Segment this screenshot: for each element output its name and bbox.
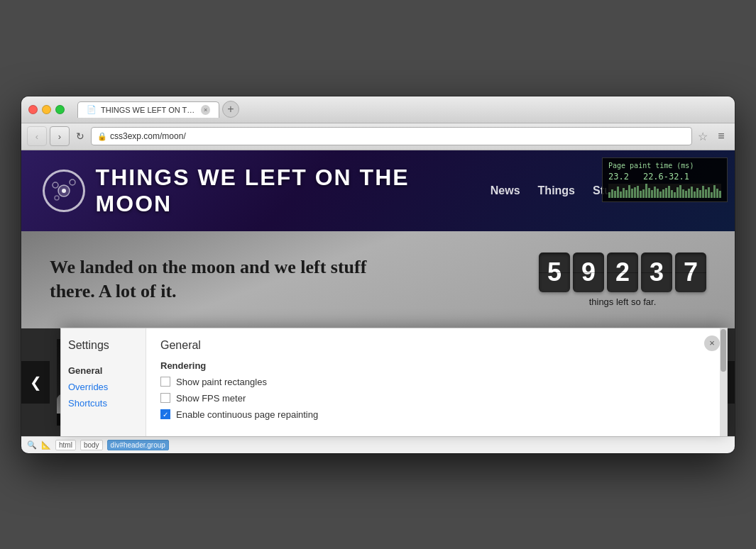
site-header: THINGS WE LEFT ON THE MOON News Things S… (21, 150, 735, 231)
active-tab[interactable]: 📄 THINGS WE LEFT ON THE M × (77, 101, 219, 118)
back-icon: ‹ (35, 131, 38, 142)
address-bar[interactable]: 🔒 css3exp.com/moon/ (91, 127, 692, 145)
settings-rendering-title: Rendering (160, 360, 713, 371)
paint-overlay-title: Page paint time (ms) (608, 162, 721, 170)
site-logo: THINGS WE LEFT ON THE MOON (43, 165, 491, 217)
label-fps: Show FPS meter (176, 393, 246, 404)
bookmark-button[interactable]: ☆ (695, 128, 711, 144)
settings-panel: Settings General Overrides Shortcuts × G… (60, 328, 728, 436)
devtools-icon: 🔍 (27, 440, 37, 450)
paint-bars (608, 184, 721, 198)
star-icon: ☆ (698, 130, 708, 143)
paint-value-1: 23.2 (608, 172, 629, 182)
settings-sidebar: Settings General Overrides Shortcuts (61, 328, 146, 436)
settings-panel-title: Settings (68, 339, 138, 352)
forward-icon: › (58, 131, 61, 142)
devtools-icon2: 📐 (41, 440, 51, 450)
site-title: THINGS WE LEFT ON THE MOON (96, 165, 491, 217)
refresh-icon: ↻ (76, 131, 84, 142)
forward-button[interactable]: › (50, 126, 70, 146)
nav-bar: ‹ › ↻ 🔒 css3exp.com/moon/ ☆ ≡ (21, 123, 735, 150)
new-tab-button[interactable]: + (222, 101, 239, 118)
counter-digit-4: 7 (675, 253, 706, 292)
settings-sidebar-shortcuts[interactable]: Shortcuts (68, 395, 138, 411)
browser-menu-button[interactable]: ≡ (713, 128, 729, 144)
checkbox-fps[interactable] (160, 393, 170, 403)
svg-point-2 (53, 182, 58, 188)
address-icon: 🔒 (97, 132, 107, 141)
logo-icon (43, 170, 85, 212)
browser-window: 📄 THINGS WE LEFT ON THE M × + ‹ › ↻ 🔒 cs… (21, 96, 735, 453)
paint-value-range: 22.6-32.1 (643, 172, 689, 182)
hero-counter: 5 9 2 3 7 things left so far. (539, 253, 706, 307)
tag-div-header[interactable]: div#header.group (107, 440, 169, 450)
tag-html[interactable]: html (55, 440, 76, 450)
settings-main: × General Rendering Show paint rectangle… (146, 328, 727, 436)
close-window-button[interactable] (28, 105, 38, 114)
hero-text: We landed on the moon and we left stuff … (50, 255, 376, 304)
settings-option-paint-rects: Show paint rectangles (160, 377, 713, 387)
tab-favicon: 📄 (87, 105, 97, 114)
tab-close-button[interactable]: × (201, 105, 210, 115)
checkbox-continuous-repaint[interactable] (160, 409, 170, 419)
minimize-window-button[interactable] (42, 105, 51, 114)
scrollbar[interactable] (720, 328, 727, 436)
nav-news[interactable]: News (491, 184, 520, 197)
tag-body[interactable]: body (80, 440, 103, 450)
counter-digits: 5 9 2 3 7 (539, 253, 706, 292)
tab-title: THINGS WE LEFT ON THE M (101, 106, 197, 114)
svg-point-4 (55, 196, 59, 200)
settings-option-continuous-repaint: Enable continuous page repainting (160, 409, 713, 420)
scrollbar-thumb (721, 329, 726, 372)
settings-sidebar-general[interactable]: General (68, 362, 138, 379)
counter-digit-0: 5 (539, 253, 570, 292)
address-text: css3exp.com/moon/ (110, 131, 186, 141)
title-bar: 📄 THINGS WE LEFT ON THE M × + (21, 96, 735, 123)
counter-digit-2: 2 (607, 253, 638, 292)
settings-option-fps: Show FPS meter (160, 393, 713, 404)
back-button[interactable]: ‹ (27, 126, 47, 146)
checkbox-paint-rects[interactable] (160, 377, 170, 387)
label-continuous-repaint: Enable continuous page repainting (176, 409, 318, 420)
paint-bar-chart (608, 184, 721, 198)
refresh-button[interactable]: ↻ (72, 128, 88, 144)
svg-point-1 (62, 189, 66, 193)
label-paint-rects: Show paint rectangles (176, 377, 267, 387)
bottom-bar: 🔍 📐 html body div#header.group (21, 436, 735, 453)
maximize-window-button[interactable] (55, 105, 65, 114)
svg-point-3 (70, 179, 75, 185)
carousel-prev-button[interactable]: ❮ (21, 361, 50, 404)
settings-section-title: General (160, 339, 713, 352)
hero-section: We landed on the moon and we left stuff … (21, 231, 735, 328)
counter-digit-1: 9 (573, 253, 604, 292)
traffic-lights (28, 105, 65, 114)
paint-overlay: Page paint time (ms) 23.2 22.6-32.1 (602, 157, 728, 202)
carousel-section: ❮ 1 BIG D (21, 328, 735, 436)
counter-label: things left so far. (589, 296, 657, 307)
logo-svg (50, 177, 78, 205)
website-content: THINGS WE LEFT ON THE MOON News Things S… (21, 150, 735, 453)
menu-icon: ≡ (718, 130, 724, 143)
nav-things[interactable]: Things (538, 184, 575, 197)
settings-close-button[interactable]: × (704, 336, 720, 351)
counter-digit-3: 3 (641, 253, 672, 292)
settings-sidebar-overrides[interactable]: Overrides (68, 379, 138, 395)
tab-bar: 📄 THINGS WE LEFT ON THE M × + (77, 101, 728, 118)
